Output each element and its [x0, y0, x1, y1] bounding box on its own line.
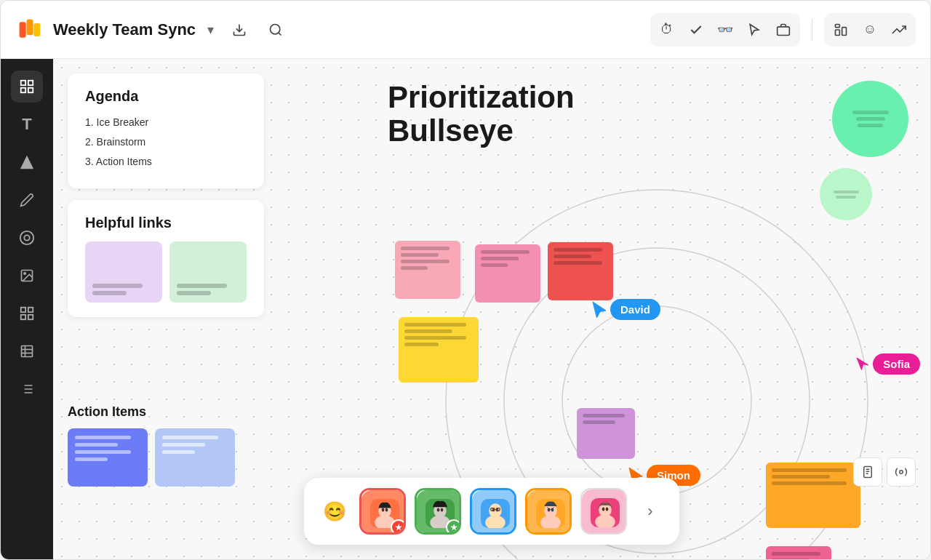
- svg-rect-16: [21, 308, 25, 312]
- svg-rect-12: [21, 88, 25, 92]
- helpful-links-card: Helpful links: [68, 200, 264, 317]
- sofia-cursor: Sofia: [854, 353, 920, 375]
- toolbar-share-group: ☺: [824, 13, 916, 47]
- sticky-pink-hot[interactable]: [766, 546, 831, 559]
- toolbar: Weekly Team Sync ▾ ⏱: [1, 1, 930, 59]
- green-circle-large: [832, 81, 908, 157]
- toolbar-tools-group: ⏱ 👓: [650, 13, 800, 47]
- apps-button[interactable]: [770, 16, 797, 44]
- canvas-tools: [853, 457, 916, 487]
- sticky-red[interactable]: [548, 242, 613, 300]
- sticky-purple[interactable]: [577, 408, 635, 459]
- link-card-1[interactable]: [85, 241, 162, 303]
- svg-rect-0: [20, 22, 26, 38]
- participant-4-avatar[interactable]: [525, 488, 572, 535]
- participant-5-avatar[interactable]: [580, 488, 627, 535]
- link-card-1-lines: [92, 284, 155, 295]
- svg-point-15: [24, 273, 26, 275]
- svg-rect-8: [836, 30, 840, 36]
- action-note-2[interactable]: [155, 428, 235, 487]
- sticky-yellow[interactable]: [399, 317, 479, 383]
- svg-point-41: [437, 508, 440, 512]
- svg-rect-1: [27, 19, 33, 35]
- agenda-item-1: 1. Ice Breaker: [85, 115, 247, 130]
- agenda-item-3: 3. Action Items: [85, 154, 247, 169]
- svg-rect-20: [22, 346, 33, 357]
- svg-point-36: [382, 508, 385, 512]
- participant-2-avatar[interactable]: ★: [415, 488, 461, 535]
- sidebar-shapes-btn[interactable]: [11, 146, 43, 178]
- title-dropdown-btn[interactable]: ▾: [204, 19, 217, 41]
- main-content: T: [1, 59, 930, 559]
- view-button[interactable]: 👓: [711, 16, 739, 44]
- svg-rect-19: [28, 315, 33, 319]
- sidebar-frames-btn[interactable]: [11, 71, 43, 103]
- david-cursor: David: [591, 299, 660, 320]
- participant-2-badge: ★: [446, 519, 461, 535]
- emoji-reaction-btn[interactable]: 😊: [319, 495, 351, 527]
- left-sidebar: T: [1, 59, 53, 559]
- participant-1-avatar[interactable]: ★: [359, 488, 406, 535]
- david-label: David: [610, 299, 660, 320]
- sidebar-pen-btn[interactable]: [11, 184, 43, 216]
- timer-button[interactable]: ⏱: [653, 16, 681, 44]
- sidebar-grid-btn[interactable]: [11, 297, 43, 329]
- check-button[interactable]: [682, 16, 710, 44]
- sidebar-image-btn[interactable]: [11, 260, 43, 292]
- canvas-area[interactable]: Agenda 1. Ice Breaker 2. Brainstorm 3. A…: [53, 59, 930, 559]
- agenda-card: Agenda 1. Ice Breaker 2. Brainstorm 3. A…: [68, 73, 264, 188]
- svg-rect-7: [836, 24, 840, 27]
- sticky-pink-2[interactable]: [475, 244, 540, 303]
- share-button[interactable]: [827, 16, 855, 44]
- cursor-button[interactable]: [740, 16, 768, 44]
- action-items-section: Action Items: [68, 404, 264, 487]
- svg-point-37: [385, 508, 388, 512]
- svg-point-4: [271, 24, 280, 33]
- action-note-1[interactable]: [68, 428, 148, 487]
- svg-rect-18: [21, 315, 25, 319]
- participant-1-badge: ★: [391, 519, 406, 535]
- sidebar-ai-btn[interactable]: [11, 222, 43, 254]
- svg-rect-9: [842, 27, 847, 35]
- stats-button[interactable]: [885, 16, 913, 44]
- link-card-2[interactable]: [169, 241, 247, 303]
- links-grid: [85, 241, 247, 303]
- sidebar-text-btn[interactable]: T: [11, 108, 43, 140]
- svg-point-60: [606, 508, 609, 511]
- green-circle-small: [820, 168, 872, 220]
- sticky-orange[interactable]: [766, 463, 860, 528]
- sofia-label: Sofia: [873, 353, 920, 375]
- download-button[interactable]: [225, 16, 253, 44]
- action-sticky-notes: [68, 428, 264, 487]
- app-logo: [15, 15, 44, 44]
- agenda-title: Agenda: [85, 88, 247, 105]
- canvas-tool-1[interactable]: [853, 457, 882, 487]
- canvas-tool-2[interactable]: [887, 457, 916, 487]
- action-items-title: Action Items: [68, 404, 264, 420]
- document-title: Weekly Team Sync: [53, 20, 196, 39]
- svg-point-42: [441, 508, 444, 512]
- sidebar-list-btn[interactable]: [11, 373, 43, 405]
- svg-rect-13: [28, 88, 33, 92]
- sticky-pink-1[interactable]: [395, 241, 460, 299]
- participant-bar: 😊 ★: [304, 478, 679, 545]
- svg-rect-10: [21, 81, 25, 85]
- link-card-2-lines: [177, 284, 239, 295]
- search-button[interactable]: [262, 16, 289, 44]
- left-panel: Agenda 1. Ice Breaker 2. Brainstorm 3. A…: [68, 73, 264, 317]
- participants-next-btn[interactable]: ›: [636, 497, 665, 526]
- svg-point-62: [900, 471, 903, 474]
- svg-line-5: [279, 32, 281, 35]
- helpful-links-title: Helpful links: [85, 215, 247, 231]
- svg-rect-2: [33, 23, 40, 36]
- participant-3-avatar[interactable]: [470, 488, 516, 535]
- emoji-toolbar-button[interactable]: ☺: [856, 16, 884, 44]
- svg-rect-17: [28, 308, 33, 312]
- svg-rect-11: [28, 81, 33, 85]
- svg-rect-6: [778, 26, 790, 35]
- agenda-item-2: 2. Brainstorm: [85, 135, 247, 150]
- svg-point-59: [602, 508, 605, 511]
- sidebar-table-btn[interactable]: [11, 335, 43, 367]
